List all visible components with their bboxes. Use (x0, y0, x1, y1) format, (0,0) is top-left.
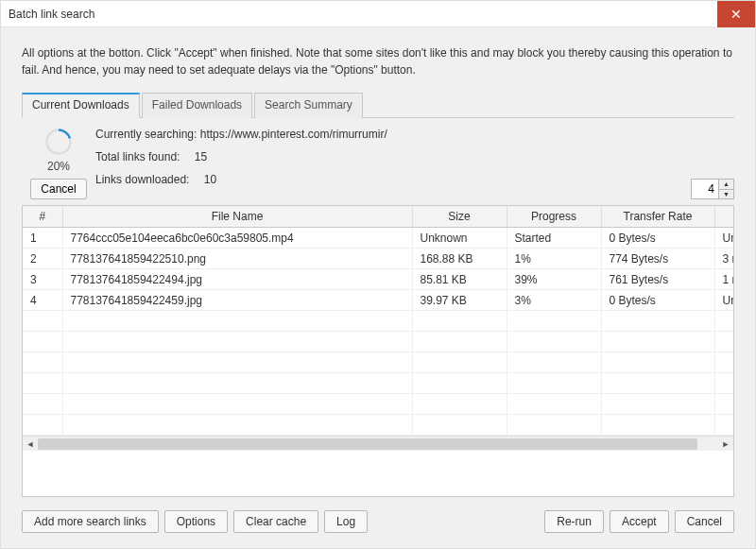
cell-eta: Unknown (714, 228, 734, 249)
horizontal-scrollbar[interactable]: ◄ ► (23, 436, 733, 451)
total-links-label: Total links found: (95, 150, 180, 163)
cell-size: 39.97 KB (412, 290, 507, 311)
cell-rate: 0 Bytes/s (601, 228, 714, 249)
tab-search-summary[interactable]: Search Summary (254, 93, 363, 118)
total-links-line: Total links found: 15 (95, 150, 734, 163)
cell-progress: 39% (507, 269, 601, 290)
downloads-table: # File Name Size Progress Transfer Rate … (23, 206, 734, 436)
cell-size: Unknown (412, 228, 507, 249)
dialog-window: Batch link search ✕ All options at the b… (0, 0, 756, 549)
table-row-empty (23, 311, 734, 332)
searching-label: Currently searching: (95, 128, 197, 141)
intro-text: All options at the botton. Click "Accept… (22, 44, 734, 78)
col-header-eta[interactable] (714, 206, 734, 228)
scroll-track[interactable] (38, 437, 718, 451)
cell-rate: 761 Bytes/s (601, 269, 714, 290)
cell-size: 168.88 KB (412, 249, 507, 269)
close-button[interactable]: ✕ (717, 1, 755, 27)
rerun-button[interactable]: Re-run (544, 510, 604, 533)
cell-num: 4 (23, 290, 62, 311)
cell-progress: Started (507, 228, 601, 249)
table-row[interactable]: 3778137641859422494.jpg85.81 KB39%761 By… (23, 269, 734, 290)
col-header-size[interactable]: Size (412, 206, 507, 228)
cell-rate: 0 Bytes/s (601, 290, 714, 311)
tab-failed-downloads[interactable]: Failed Downloads (142, 93, 252, 118)
cell-file: 778137641859422510.png (62, 249, 412, 269)
table-row[interactable]: 4778137641859422459.jpg39.97 KB3%0 Bytes… (23, 290, 734, 311)
cancel-button[interactable]: Cancel (675, 510, 734, 533)
options-button[interactable]: Options (164, 510, 228, 533)
spinner-down[interactable]: ▼ (719, 190, 733, 199)
cell-file: 778137641859422494.jpg (62, 269, 412, 290)
searching-url: https://www.pinterest.com/rimurrumir/ (200, 128, 387, 141)
cell-rate: 774 Bytes/s (601, 249, 714, 269)
table-row[interactable]: 2778137641859422510.png168.88 KB1%774 By… (23, 249, 734, 269)
searching-line: Currently searching: https://www.pintere… (95, 128, 734, 141)
col-header-num[interactable]: # (23, 206, 62, 228)
cell-num: 1 (23, 228, 62, 249)
col-header-progress[interactable]: Progress (507, 206, 601, 228)
cell-num: 3 (23, 269, 62, 290)
titlebar: Batch link search ✕ (1, 1, 755, 27)
thread-spinner[interactable]: ▲ ▼ (691, 179, 734, 199)
cell-file: 778137641859422459.jpg (62, 290, 412, 311)
spinner-up[interactable]: ▲ (719, 180, 733, 190)
table-row-empty (23, 352, 734, 373)
table-row-empty (23, 373, 734, 394)
log-button[interactable]: Log (324, 510, 368, 533)
table-header-row: # File Name Size Progress Transfer Rate (23, 206, 734, 228)
thread-spinner-box: ▲ ▼ (22, 179, 734, 199)
close-icon: ✕ (730, 7, 742, 22)
col-header-rate[interactable]: Transfer Rate (601, 206, 714, 228)
cell-file: 7764ccc05e104eeca6bc0e60c3a59805.mp4 (62, 228, 412, 249)
scroll-thumb[interactable] (38, 438, 697, 450)
table-row-empty (23, 332, 734, 352)
tabs: Current Downloads Failed Downloads Searc… (22, 92, 734, 118)
downloads-table-wrap: # File Name Size Progress Transfer Rate … (22, 205, 734, 497)
table-row-empty (23, 394, 734, 415)
clear-cache-button[interactable]: Clear cache (233, 510, 318, 533)
col-header-file[interactable]: File Name (62, 206, 412, 228)
thread-count-input[interactable] (692, 180, 718, 198)
window-title: Batch link search (9, 8, 717, 21)
cell-size: 85.81 KB (412, 269, 507, 290)
content-area: All options at the botton. Click "Accept… (1, 27, 755, 548)
progress-gauge (44, 128, 73, 156)
footer-buttons: Add more search links Options Clear cach… (22, 510, 734, 533)
cell-eta: Unknown (714, 290, 734, 311)
cell-num: 2 (23, 249, 62, 269)
cell-eta: 1 min (714, 269, 734, 290)
scroll-left-icon[interactable]: ◄ (23, 437, 38, 451)
cell-eta: 3 min (714, 249, 734, 269)
scroll-right-icon[interactable]: ► (718, 437, 733, 451)
tab-current-downloads[interactable]: Current Downloads (22, 93, 140, 118)
total-links-value: 15 (195, 150, 207, 163)
cell-progress: 3% (507, 290, 601, 311)
add-more-links-button[interactable]: Add more search links (22, 510, 159, 533)
table-row-empty (23, 415, 734, 436)
progress-percent: 20% (47, 160, 70, 173)
cell-progress: 1% (507, 249, 601, 269)
accept-button[interactable]: Accept (610, 510, 669, 533)
table-row[interactable]: 17764ccc05e104eeca6bc0e60c3a59805.mp4Unk… (23, 228, 734, 249)
